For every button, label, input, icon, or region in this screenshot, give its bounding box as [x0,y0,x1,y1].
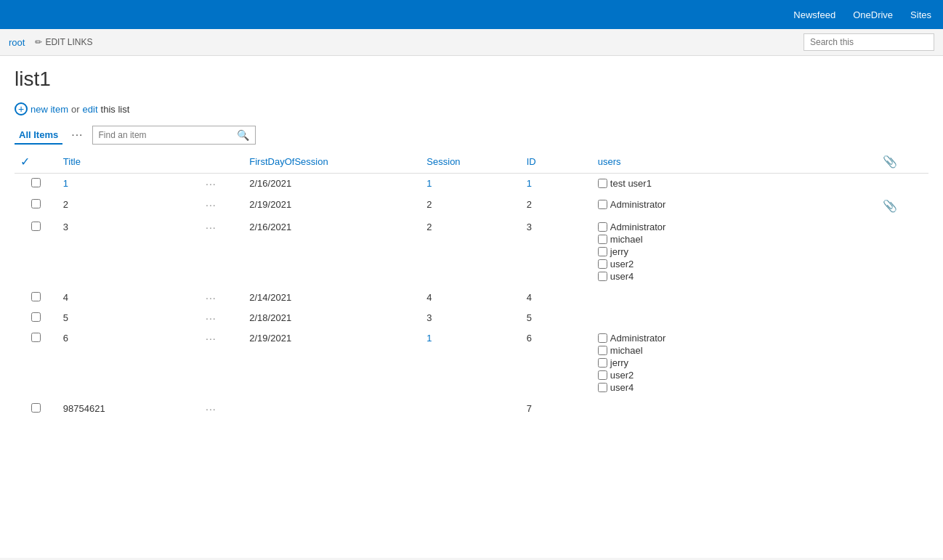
user-name: Administrator [610,222,666,232]
col-header-firstday[interactable]: FirstDayOfSession [243,150,421,174]
user-checkbox[interactable] [598,179,607,188]
row-users-cell: Administratormichaeljerryuser2user4 [592,217,877,288]
row-ellipsis-button[interactable]: ··· [206,333,216,344]
row-session-link[interactable]: 1 [426,333,432,344]
row-dots-cell: ··· [200,288,243,308]
user-name: user4 [610,382,634,393]
row-id-cell: 2 [521,195,592,217]
user-name: user2 [610,370,634,381]
row-ellipsis-button[interactable]: ··· [206,292,216,304]
row-ellipsis-button[interactable]: ··· [206,178,216,190]
user-checkbox[interactable] [598,370,607,380]
row-ellipsis-button[interactable]: ··· [206,222,216,233]
user-name: user2 [610,259,634,269]
row-session-cell: 1 [421,174,520,195]
toolbar-ellipsis-button[interactable]: ··· [68,127,86,143]
row-date-cell: 2/16/2021 [243,174,421,195]
table-row: 5···2/18/202135 [15,308,928,328]
row-id-cell: 3 [521,217,592,288]
row-dots-cell: ··· [200,308,243,328]
user-checkbox[interactable] [598,235,607,244]
all-items-button[interactable]: All Items [15,126,62,145]
col-header-session[interactable]: Session [421,150,520,174]
col-header-id[interactable]: ID [521,150,592,174]
sub-navigation: root ✏ EDIT LINKS [0,29,943,56]
row-title-link[interactable]: 1 [63,178,68,189]
edit-links-button[interactable]: ✏ EDIT LINKS [31,36,97,49]
row-title-cell: 5 [57,308,200,328]
row-date-cell: 2/16/2021 [243,217,421,288]
row-id-cell: 1 [521,174,592,195]
row-title-cell: 3 [57,217,200,288]
user-checkbox-row: jerry [598,357,871,368]
onedrive-link[interactable]: OneDrive [853,9,893,20]
row-checkbox-cell [15,308,57,328]
row-dots-cell: ··· [200,328,243,399]
user-checkbox-row: michael [598,345,871,356]
user-checkbox-row: michael [598,234,871,245]
user-name: Administrator [610,199,666,210]
row-dots-cell: ··· [200,217,243,288]
row-id-cell: 4 [521,288,592,308]
search-top-input[interactable] [804,33,934,51]
row-checkbox[interactable] [31,403,41,413]
user-checkbox-row: Administrator [598,222,871,232]
user-checkbox-row: Administrator [598,199,871,210]
row-checkbox[interactable] [31,178,41,187]
newsfeed-link[interactable]: Newsfeed [793,9,835,20]
table-row: 1···2/16/202111test user1 [15,174,928,195]
toolbar-row: All Items ··· 🔍 [15,126,928,145]
user-name: Administrator [610,333,666,344]
this-list-text: this list [101,104,130,115]
col-header-users[interactable]: users [592,150,877,174]
user-checkbox[interactable] [598,247,607,256]
find-item-input[interactable] [93,127,231,143]
row-session-link[interactable]: 1 [426,178,432,189]
row-checkbox[interactable] [31,312,41,322]
row-date-cell [243,399,421,419]
user-checkbox-row: Administrator [598,333,871,344]
table-row: 4···2/14/202144 [15,288,928,308]
row-checkbox[interactable] [31,199,41,208]
row-ellipsis-button[interactable]: ··· [206,199,216,211]
row-id-link[interactable]: 1 [527,178,532,189]
new-item-label: new item [31,104,68,115]
new-item-button[interactable]: + new item [15,102,68,115]
find-item-search-button[interactable]: 🔍 [231,126,255,144]
row-checkbox-cell [15,195,57,217]
row-title-cell: 98754621 [57,399,200,419]
row-id-cell: 7 [521,399,592,419]
row-ellipsis-button[interactable]: ··· [206,312,216,324]
user-checkbox[interactable] [598,259,607,269]
row-users-cell: Administratormichaeljerryuser2user4 [592,328,877,399]
table-row: 98754621···7 [15,399,928,419]
user-checkbox[interactable] [598,333,607,343]
user-checkbox[interactable] [598,272,607,281]
user-checkbox[interactable] [598,222,607,232]
row-title-cell: 4 [57,288,200,308]
row-ellipsis-button[interactable]: ··· [206,403,216,415]
row-date-cell: 2/19/2021 [243,195,421,217]
row-checkbox[interactable] [31,333,41,342]
row-id-cell: 6 [521,328,592,399]
sites-link[interactable]: Sites [910,9,931,20]
col-header-title[interactable]: Title [57,150,200,174]
breadcrumb-root[interactable]: root [9,37,25,48]
user-checkbox[interactable] [598,358,607,368]
col-header-dots [200,150,243,174]
row-title-cell: 6 [57,328,200,399]
row-id-cell: 5 [521,308,592,328]
row-checkbox[interactable] [31,222,41,231]
row-attach-cell [877,217,928,288]
edit-list-link[interactable]: edit [83,104,98,115]
user-checkbox[interactable] [598,346,607,355]
user-checkbox[interactable] [598,383,607,392]
row-checkbox[interactable] [31,292,41,301]
page-content: list1 + new item or edit this list All I… [0,56,943,558]
row-attach-cell [877,174,928,195]
user-checkbox[interactable] [598,200,607,209]
user-name: jerry [610,357,628,368]
row-session-cell [421,399,520,419]
row-users-cell [592,308,877,328]
user-checkbox-row: user4 [598,382,871,393]
